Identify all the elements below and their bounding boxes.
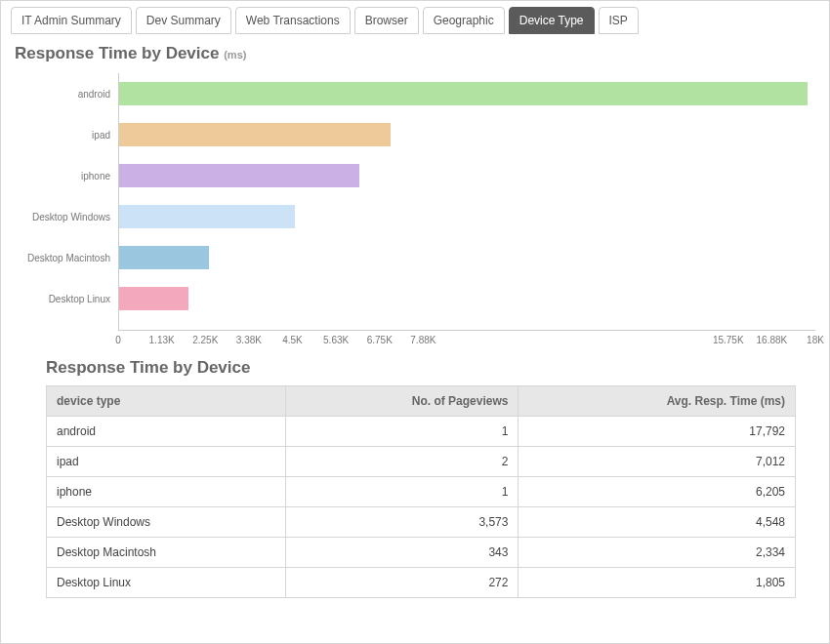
cell-pageviews: 1 [286, 417, 519, 447]
tab-browser[interactable]: Browser [354, 7, 419, 34]
cell-pageviews: 1 [286, 477, 519, 507]
y-label: android [11, 73, 118, 114]
tabs-bar: IT Admin SummaryDev SummaryWeb Transacti… [11, 7, 819, 34]
table-row: Desktop Macintosh3432,334 [47, 538, 796, 568]
x-axis-ticks: 01.13K2.25K3.38K4.5K5.63K6.75K7.88K15.75… [118, 331, 815, 350]
table-title: Response Time by Device [46, 358, 796, 378]
table-row: android117,792 [47, 417, 796, 447]
bar-row [119, 114, 815, 155]
col-resp-time[interactable]: Avg. Resp. Time (ms) [519, 386, 796, 417]
table-header-row: device type No. of Pageviews Avg. Resp. … [47, 386, 796, 417]
chart-plot-area [118, 73, 815, 331]
bar-chart: androidipadiphoneDesktop WindowsDesktop … [11, 73, 815, 331]
x-tick: 15.75K [713, 335, 744, 345]
bar [119, 164, 359, 187]
tab-device-type[interactable]: Device Type [509, 7, 595, 34]
bar [119, 123, 391, 146]
y-label: Desktop Windows [11, 196, 118, 237]
col-device-type[interactable]: device type [47, 386, 286, 417]
x-tick: 18K [807, 335, 824, 345]
cell-resp-time: 17,792 [519, 417, 796, 447]
y-label: Desktop Macintosh [11, 237, 118, 278]
chart-title: Response Time by Device (ms) [15, 44, 815, 63]
x-tick: 5.63K [323, 335, 349, 345]
table-row: iphone16,205 [47, 477, 796, 507]
x-tick: 4.5K [282, 335, 303, 345]
cell-device: Desktop Macintosh [47, 538, 286, 568]
bar-row [119, 155, 815, 196]
y-label: Desktop Linux [11, 278, 118, 319]
bar [119, 287, 188, 310]
chart-title-unit: (ms) [224, 49, 246, 60]
y-label: iphone [11, 155, 118, 196]
cell-pageviews: 272 [286, 568, 519, 598]
bar [119, 246, 209, 269]
x-tick: 1.13K [149, 335, 175, 345]
cell-resp-time: 4,548 [519, 507, 796, 538]
tab-it-admin-summary[interactable]: IT Admin Summary [11, 7, 132, 34]
cell-resp-time: 2,334 [519, 538, 796, 568]
chart-bars [119, 73, 815, 318]
bar [119, 205, 295, 228]
table-row: ipad27,012 [47, 447, 796, 477]
cell-pageviews: 2 [286, 447, 519, 477]
table-section: Response Time by Device device type No. … [46, 358, 796, 598]
x-tick: 16.88K [757, 335, 788, 345]
dashboard-page: IT Admin SummaryDev SummaryWeb Transacti… [0, 0, 830, 644]
table-row: Desktop Windows3,5734,548 [47, 507, 796, 538]
chart-section: Response Time by Device (ms) androidipad… [11, 44, 819, 341]
bar-row [119, 73, 815, 114]
x-tick: 3.38K [236, 335, 262, 345]
x-tick: 6.75K [367, 335, 393, 345]
tab-web-transactions[interactable]: Web Transactions [235, 7, 351, 34]
x-tick: 2.25K [192, 335, 218, 345]
cell-resp-time: 1,805 [519, 568, 796, 598]
bar-row [119, 196, 815, 237]
cell-resp-time: 6,205 [519, 477, 796, 507]
y-axis-labels: androidipadiphoneDesktop WindowsDesktop … [11, 73, 118, 331]
bar-row [119, 278, 815, 319]
cell-device: ipad [47, 447, 286, 477]
chart-title-text: Response Time by Device [15, 44, 219, 62]
cell-pageviews: 3,573 [286, 507, 519, 538]
tab-geographic[interactable]: Geographic [423, 7, 505, 34]
x-tick: 7.88K [410, 335, 436, 345]
cell-resp-time: 7,012 [519, 447, 796, 477]
tab-isp[interactable]: ISP [599, 7, 639, 34]
cell-pageviews: 343 [286, 538, 519, 568]
table-row: Desktop Linux2721,805 [47, 568, 796, 598]
col-pageviews[interactable]: No. of Pageviews [286, 386, 519, 417]
tab-dev-summary[interactable]: Dev Summary [136, 7, 231, 34]
y-label: ipad [11, 114, 118, 155]
bar [119, 82, 808, 105]
bar-row [119, 237, 815, 278]
cell-device: iphone [47, 477, 286, 507]
cell-device: Desktop Windows [47, 507, 286, 538]
x-tick: 0 [115, 335, 121, 345]
cell-device: android [47, 417, 286, 447]
cell-device: Desktop Linux [47, 568, 286, 598]
data-table: device type No. of Pageviews Avg. Resp. … [46, 385, 796, 598]
